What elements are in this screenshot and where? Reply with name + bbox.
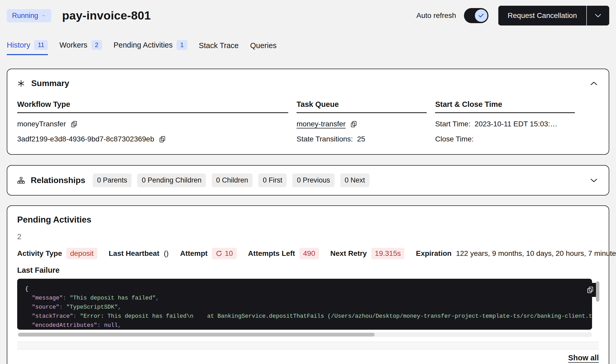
summary-panel: Summary Workflow Type moneyTransfer 3adf…: [7, 69, 609, 155]
relationships-panel: Relationships 0 Parents 0 Pending Childr…: [7, 165, 609, 196]
copy-task-queue-button[interactable]: [350, 120, 358, 128]
sitemap-icon: [17, 177, 25, 184]
request-cancellation-button[interactable]: Request Cancellation: [498, 6, 586, 25]
chevron-down-icon: [590, 178, 598, 183]
expiration-value: 122 years, 9 months, 10 days, 20 hours, …: [456, 249, 616, 258]
copy-icon: [587, 286, 594, 294]
tab-queries[interactable]: Queries: [250, 41, 277, 55]
attempt-badge: 10: [212, 248, 236, 259]
workflow-run-id: 3adf2199-e3d8-4936-9bd7-8c87302369eb: [17, 135, 154, 143]
column-header-task-queue: Task Queue: [297, 100, 427, 113]
last-failure-code-region: { "message": "This deposit has failed", …: [17, 279, 599, 330]
field-label: Next Retry: [330, 249, 367, 258]
tab-pending-activities[interactable]: Pending Activities 1: [114, 40, 187, 55]
next-retry-badge: 19.315s: [371, 248, 405, 259]
retry-icon: [216, 250, 222, 257]
copy-icon: [350, 121, 357, 128]
pending-activities-count: 2: [17, 232, 599, 241]
pending-activities-title: Pending Activities: [17, 215, 599, 225]
summary-collapse-button[interactable]: [589, 80, 599, 87]
status-badge: Running: [7, 9, 51, 22]
relationship-badge-next: 0 Next: [340, 173, 369, 187]
tab-label: Workers: [59, 41, 87, 49]
toggle-knob: [475, 9, 487, 22]
page-title: pay-invoice-801: [62, 9, 151, 22]
tab-workers[interactable]: Workers 2: [59, 40, 102, 55]
auto-refresh-toggle[interactable]: [464, 8, 488, 23]
tab-stack-trace[interactable]: Stack Trace: [199, 41, 239, 55]
pending-activity-details: Activity Type deposit Last Heartbeat () …: [17, 248, 599, 259]
vertical-scrollbar-thumb[interactable]: [596, 281, 599, 302]
field-activity-type: Activity Type deposit: [17, 248, 97, 259]
tab-count-badge: 2: [91, 40, 102, 50]
show-all-link[interactable]: Show all: [568, 354, 599, 362]
start-time-value: 2023-10-11 EDT 15:03:…: [475, 120, 557, 128]
code-line: { "message": "This deposit has failed", …: [25, 286, 592, 329]
relationship-badge-previous: 0 Previous: [292, 173, 335, 187]
horizontal-scrollbar-thumb[interactable]: [18, 333, 375, 336]
failure-json-code-block: { "message": "This deposit has failed", …: [17, 279, 592, 330]
field-next-retry: Next Retry 19.315s: [330, 248, 405, 259]
task-queue-link[interactable]: money-transfer: [297, 120, 345, 128]
relationship-badge-children: 0 Children: [212, 173, 253, 187]
attempts-left-badge: 490: [299, 248, 319, 259]
field-label: Activity Type: [17, 249, 62, 258]
field-attempts-left: Attempts Left 490: [248, 248, 319, 259]
chevron-down-icon: [595, 14, 601, 18]
relationship-badge-pending-children: 0 Pending Children: [137, 173, 206, 187]
start-time-label: Start Time:: [435, 120, 470, 128]
copy-run-id-button[interactable]: [158, 135, 166, 143]
tab-bar: History 11 Workers 2 Pending Activities …: [7, 40, 609, 55]
relationship-badge-parents: 0 Parents: [93, 173, 132, 187]
workflow-type-value: moneyTransfer: [17, 120, 66, 128]
request-cancellation-split-button: Request Cancellation: [498, 6, 609, 25]
chevron-up-icon: [590, 81, 598, 86]
tab-label: Pending Activities: [114, 41, 173, 49]
workflow-type-column: Workflow Type moneyTransfer 3adf2199-e3d…: [17, 100, 288, 143]
state-transitions-label: State Transitions:: [297, 135, 353, 143]
attempt-value: 10: [225, 249, 233, 258]
workflow-detail-page: Running pay-invoice-801 Auto refresh Req…: [0, 0, 616, 364]
time-column: Start & Close Time Start Time: 2023-10-1…: [435, 100, 575, 143]
tab-count-badge: 11: [34, 40, 48, 50]
tab-label: Stack Trace: [199, 41, 239, 50]
pending-activities-panel: Pending Activities 2 Activity Type depos…: [7, 205, 609, 364]
tab-label: Queries: [250, 41, 277, 50]
relationship-badge-first: 0 First: [258, 173, 287, 187]
task-queue-column: Task Queue money-transfer State Transiti…: [297, 100, 427, 143]
activity-type-badge: deposit: [66, 248, 97, 259]
auto-refresh-label: Auto refresh: [416, 11, 456, 20]
status-label: Running: [12, 12, 38, 20]
field-attempt: Attempt 10: [180, 248, 237, 259]
tab-label: History: [7, 41, 30, 49]
close-time-label: Close Time:: [435, 135, 474, 143]
field-label: Attempts Left: [248, 249, 295, 258]
field-label: Attempt: [180, 249, 208, 258]
status-pulse-icon: [42, 14, 46, 17]
column-header-workflow-type: Workflow Type: [17, 100, 288, 113]
copy-failure-json-button[interactable]: [583, 283, 598, 297]
relationships-expand-button[interactable]: [589, 177, 599, 184]
field-label: Expiration: [416, 249, 451, 258]
topbar: Running pay-invoice-801 Auto refresh Req…: [7, 0, 609, 25]
summary-title: Summary: [31, 79, 69, 88]
horizontal-scrollbar-track[interactable]: [17, 332, 592, 337]
check-icon: [478, 13, 484, 18]
relationships-title: Relationships: [31, 176, 85, 185]
field-last-heartbeat: Last Heartbeat (): [109, 249, 169, 258]
cancellation-dropdown-button[interactable]: [587, 6, 609, 25]
empty-table-row: [17, 342, 599, 349]
last-heartbeat-value: (): [164, 249, 169, 258]
last-failure-label: Last Failure: [17, 266, 599, 275]
field-expiration: Expiration 122 years, 9 months, 10 days,…: [416, 249, 616, 258]
state-transitions-value: 25: [357, 135, 365, 143]
copy-icon: [71, 121, 78, 128]
copy-workflow-type-button[interactable]: [70, 120, 78, 128]
field-label: Last Heartbeat: [109, 249, 160, 258]
column-header-time: Start & Close Time: [435, 100, 575, 113]
copy-icon: [159, 136, 166, 143]
asterisk-icon: [17, 80, 25, 87]
tab-count-badge: 1: [177, 40, 187, 50]
tab-history[interactable]: History 11: [7, 40, 48, 55]
